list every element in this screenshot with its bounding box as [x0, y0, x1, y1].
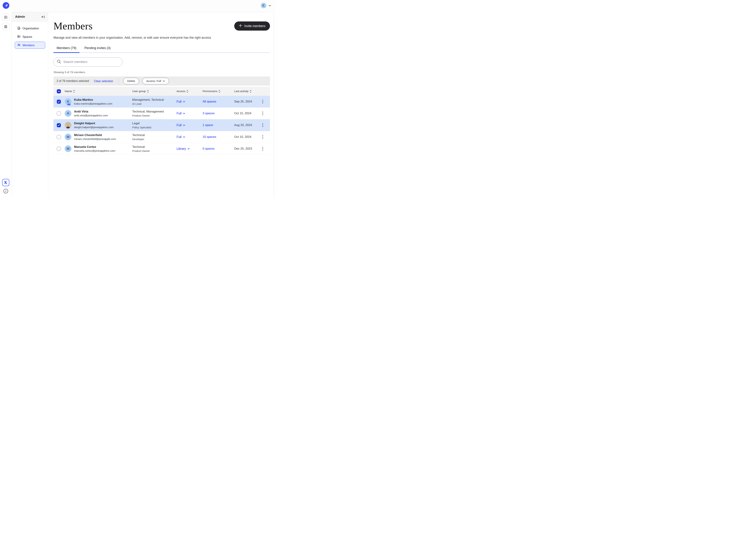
permissions-link[interactable]: All spaces — [203, 100, 216, 103]
tab-pending-invites[interactable]: Pending invites (3) — [81, 46, 114, 53]
table-row: K Kuba Martins kuba.martins@pineappleinc… — [54, 96, 270, 108]
sidebar-item-label: Members — [23, 44, 35, 47]
sidebar-item-members[interactable]: Members — [15, 42, 45, 49]
tab-members[interactable]: Members (79) — [54, 46, 79, 53]
sidebar-item-organisation[interactable]: Organisation — [15, 25, 45, 32]
member-name: Kuba Martins — [74, 98, 112, 102]
member-name: Dwight Halpert — [74, 122, 114, 125]
member-role: Policy Specialist — [132, 126, 177, 129]
member-name: Manuela Cortez — [74, 145, 115, 149]
member-avatar: M — [65, 134, 72, 140]
table-row: A Antti Virta antti.virta@pineappleinc.c… — [54, 108, 270, 119]
permissions-link[interactable]: 1 space — [203, 123, 213, 127]
admin-sidebar-header: Admin — [12, 12, 48, 22]
tab-bar: Members (79) Pending invites (3) — [54, 46, 270, 53]
row-checkbox[interactable] — [57, 147, 61, 151]
access-dropdown[interactable]: Library — [177, 147, 190, 151]
access-dropdown[interactable]: Full — [177, 100, 185, 103]
member-role: Product Owner — [132, 114, 177, 117]
chevron-down-icon[interactable] — [268, 4, 271, 7]
admin-nav: Organisation Spaces — [12, 22, 48, 49]
member-email: manuela.cortez@pineappleinc.com — [74, 149, 115, 152]
table-header: Name User group Access Permissions Last … — [54, 87, 270, 96]
info-icon[interactable]: i — [4, 189, 8, 194]
access-dropdown[interactable]: Full — [177, 123, 185, 127]
column-header-user-group[interactable]: User group — [132, 90, 177, 93]
permissions-link[interactable]: 10 spaces — [203, 135, 216, 139]
selection-count: 2 of 79 members selected — [57, 79, 89, 82]
table-row: M Miriam Chesterfield miriam.chesterfiel… — [54, 131, 270, 143]
sidebar-item-label: Organisation — [23, 27, 39, 30]
member-email: antti.virta@pineappleinc.com — [74, 114, 108, 117]
sidebar-item-spaces[interactable]: Spaces — [15, 33, 45, 40]
search-members-box[interactable] — [54, 57, 123, 67]
access-filter-dropdown[interactable]: Access: Full — [142, 78, 169, 84]
sort-icon — [219, 90, 220, 93]
library-book-icon[interactable] — [2, 14, 9, 21]
last-activity: Oct 10, 2024 — [234, 135, 260, 139]
column-header-last-activity[interactable]: Last activity — [234, 90, 260, 93]
chevron-down-icon — [183, 136, 185, 138]
member-avatar: K — [65, 98, 72, 105]
building-icon — [17, 26, 21, 31]
row-checkbox[interactable] — [57, 100, 61, 104]
member-role: Product Owner — [132, 149, 177, 152]
invite-members-button[interactable]: Invite members — [234, 21, 270, 31]
delete-button[interactable]: Delete — [123, 78, 139, 84]
people-icon — [17, 43, 21, 48]
bank-icon[interactable] — [2, 23, 9, 30]
member-avatar: M — [65, 145, 72, 152]
sort-icon — [250, 90, 251, 93]
account-menu[interactable]: K — [261, 3, 271, 8]
sort-icon — [187, 90, 188, 93]
selection-bar: 2 of 79 members selected Clear selection… — [54, 76, 270, 85]
permissions-link[interactable]: 3 spaces — [203, 112, 215, 115]
column-header-access[interactable]: Access — [177, 90, 203, 93]
page-title: Members — [54, 21, 93, 31]
page-description: Manage and view all members in your orga… — [54, 36, 270, 40]
member-email: miriam.chesterfield@pineapple.com — [74, 137, 116, 140]
chevron-down-icon — [163, 79, 165, 82]
access-filter-label: Access: Full — [146, 79, 161, 82]
member-role: AI Lead — [132, 102, 177, 105]
column-header-name[interactable]: Name — [65, 90, 132, 93]
clear-selection-link[interactable]: Clear selection — [94, 79, 113, 83]
row-checkbox[interactable] — [57, 135, 61, 139]
table-row: Dwight Halpert dwight.halpert@pineapplei… — [54, 119, 270, 131]
column-header-permissions[interactable]: Permissions — [203, 90, 234, 93]
search-input[interactable] — [63, 60, 120, 64]
select-all-checkbox[interactable] — [57, 89, 61, 93]
main-content: Members Invite members Manage and view a… — [48, 12, 273, 197]
last-activity: Aug 20, 2024 — [234, 123, 260, 127]
chevron-down-icon — [183, 124, 185, 126]
last-activity: Oct 15, 2024 — [234, 112, 260, 115]
app-rail: i — [0, 0, 11, 197]
chevron-down-icon — [183, 113, 185, 114]
row-menu-icon[interactable] — [260, 134, 265, 140]
member-groups: Management, Technical — [132, 98, 177, 102]
sort-icon — [73, 90, 75, 93]
collapse-sidebar-icon[interactable] — [42, 16, 45, 18]
access-dropdown[interactable]: Full — [177, 112, 185, 115]
tools-icon[interactable] — [2, 179, 9, 186]
row-checkbox[interactable] — [57, 111, 61, 115]
row-menu-icon[interactable] — [260, 99, 265, 105]
member-email: kuba.martins@pineappleinc.com — [74, 102, 112, 105]
member-groups: Technical — [132, 145, 177, 149]
row-checkbox[interactable] — [57, 123, 61, 127]
row-menu-icon[interactable] — [260, 110, 265, 116]
user-avatar[interactable]: K — [261, 3, 266, 8]
content-card: Admin — [11, 12, 274, 197]
permissions-link[interactable]: 0 spaces — [203, 147, 215, 150]
app-logo-icon[interactable] — [3, 2, 9, 9]
member-email: dwight.halpert@pineappleinc.com — [74, 126, 114, 129]
access-dropdown[interactable]: Full — [177, 135, 185, 139]
row-menu-icon[interactable] — [260, 146, 265, 152]
member-name: Miriam Chesterfield — [74, 133, 116, 137]
table-row: M Manuela Cortez manuela.cortez@pineappl… — [54, 143, 270, 155]
member-avatar: A — [65, 110, 72, 117]
member-groups: Technical — [132, 133, 177, 137]
row-menu-icon[interactable] — [260, 122, 265, 128]
spaces-icon — [17, 35, 21, 39]
member-name: Antti Virta — [74, 110, 108, 113]
